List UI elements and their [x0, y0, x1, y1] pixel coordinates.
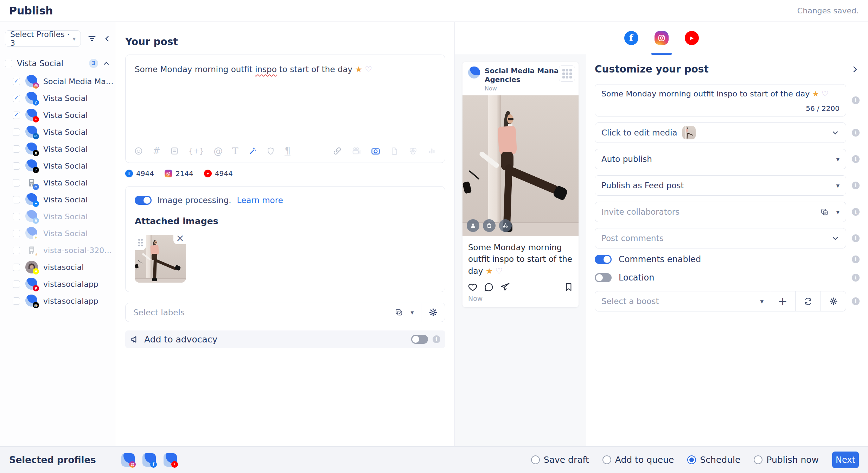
- chevron-up-icon[interactable]: [103, 60, 110, 67]
- group-checkbox[interactable]: [5, 60, 12, 67]
- profile-row[interactable]: vistasocial: [0, 259, 116, 276]
- grid-menu-icon[interactable]: [559, 65, 575, 82]
- tag-people-icon[interactable]: [467, 219, 479, 232]
- media-thumbnail[interactable]: [682, 126, 696, 139]
- tab-instagram[interactable]: [650, 22, 673, 54]
- profile-row[interactable]: A Vista Social: [0, 208, 116, 225]
- drag-handle-icon[interactable]: [135, 235, 146, 250]
- invite-collaborators-field[interactable]: Invite collaborators ▾: [595, 202, 846, 222]
- profile-checkbox[interactable]: [13, 247, 20, 254]
- profile-row[interactable]: Vista Social: [0, 191, 116, 208]
- next-button[interactable]: Next: [832, 452, 859, 468]
- paragraph-icon[interactable]: ¶: [285, 146, 291, 156]
- profile-row[interactable]: vista-social-320412: [0, 242, 116, 259]
- shopping-bag-icon[interactable]: [483, 219, 496, 232]
- save-draft-radio[interactable]: Save draft: [531, 455, 589, 465]
- edit-media-field[interactable]: Click to edit media: [595, 122, 846, 143]
- media-library-icon[interactable]: [408, 146, 418, 156]
- hashtag-icon[interactable]: #: [153, 146, 160, 156]
- info-icon[interactable]: i: [852, 96, 860, 104]
- profile-row[interactable]: in Vista Social: [0, 124, 116, 140]
- add-boost-button[interactable]: +: [770, 291, 795, 311]
- remove-image-button[interactable]: ×: [173, 232, 187, 244]
- profile-checkbox[interactable]: [13, 213, 20, 220]
- profile-row[interactable]: @ vistasocialapp: [0, 292, 116, 309]
- publish-now-radio[interactable]: Publish now: [754, 455, 819, 465]
- profile-row[interactable]: ▶ Vista Social: [0, 107, 116, 124]
- info-icon[interactable]: i: [433, 335, 440, 343]
- tab-youtube[interactable]: ▶: [681, 22, 703, 54]
- chart-icon[interactable]: [427, 146, 436, 156]
- profile-checkbox[interactable]: [13, 78, 20, 85]
- profile-row[interactable]: P vistasocialapp: [0, 276, 116, 292]
- filter-icon[interactable]: [87, 34, 97, 43]
- profile-checkbox[interactable]: [13, 145, 20, 153]
- profile-checkbox[interactable]: [13, 95, 20, 102]
- post-comments-field[interactable]: Post comments: [595, 228, 846, 248]
- info-icon[interactable]: i: [852, 256, 860, 263]
- info-icon[interactable]: i: [852, 274, 860, 282]
- emoji-icon[interactable]: [134, 146, 143, 156]
- auto-publish-select[interactable]: Auto publish ▾: [595, 149, 846, 169]
- profile-row[interactable]: Vista Social: [0, 225, 116, 242]
- share-icon[interactable]: [500, 282, 510, 292]
- chevron-down-icon[interactable]: ▾: [836, 208, 840, 216]
- publish-type-select[interactable]: Publish as Feed post ▾: [595, 175, 846, 196]
- profile-checkbox[interactable]: [13, 112, 20, 119]
- ai-wand-icon[interactable]: [248, 146, 257, 156]
- location-toggle[interactable]: [595, 273, 612, 282]
- info-icon[interactable]: i: [852, 182, 860, 189]
- chevron-down-icon[interactable]: [831, 234, 840, 242]
- post-text-input[interactable]: Some Monday morning outfit inspo to star…: [126, 55, 445, 139]
- comment-icon[interactable]: [484, 282, 494, 292]
- boost-select[interactable]: Select a boost ▾: [595, 291, 770, 311]
- profile-group-row[interactable]: Vista Social 3: [0, 52, 116, 71]
- text-format-icon[interactable]: T: [232, 146, 238, 156]
- document-icon[interactable]: [390, 147, 399, 156]
- profile-checkbox[interactable]: [13, 196, 20, 203]
- image-processing-toggle[interactable]: [135, 196, 152, 205]
- add-to-queue-radio[interactable]: Add to queue: [602, 455, 674, 465]
- learn-more-link[interactable]: Learn more: [237, 196, 283, 205]
- camera-icon[interactable]: [371, 146, 381, 156]
- shield-icon[interactable]: [266, 147, 275, 156]
- profile-checkbox[interactable]: [13, 297, 20, 305]
- info-icon[interactable]: i: [852, 129, 860, 137]
- profile-checkbox[interactable]: [13, 230, 20, 237]
- select-labels-field[interactable]: Select labels ▾: [125, 303, 445, 322]
- profile-checkbox[interactable]: [13, 264, 20, 271]
- chevron-down-icon[interactable]: ▾: [410, 309, 414, 316]
- like-icon[interactable]: [467, 282, 478, 292]
- video-icon[interactable]: [351, 146, 361, 156]
- info-icon[interactable]: i: [852, 234, 860, 242]
- refresh-boosts-button[interactable]: [795, 291, 821, 311]
- advocacy-toggle[interactable]: [411, 335, 428, 344]
- profile-row[interactable]: X Vista Social: [0, 140, 116, 157]
- mention-icon[interactable]: @: [213, 146, 223, 156]
- profile-checkbox[interactable]: [13, 179, 20, 187]
- variables-icon[interactable]: {+}: [189, 147, 204, 155]
- labels-settings-gear-icon[interactable]: [421, 308, 445, 317]
- profile-checkbox[interactable]: [13, 128, 20, 136]
- select-profiles-button[interactable]: Select Profiles · 3 ▾: [5, 30, 81, 47]
- saved-captions-icon[interactable]: [170, 146, 179, 156]
- chevron-down-icon[interactable]: [831, 128, 840, 137]
- profile-checkbox[interactable]: [13, 280, 20, 288]
- schedule-radio[interactable]: Schedule: [687, 455, 740, 465]
- tab-facebook[interactable]: f: [620, 22, 643, 54]
- chevron-right-icon[interactable]: [850, 65, 860, 74]
- profile-row[interactable]: Social Media Managem...: [0, 73, 116, 90]
- caption-field[interactable]: Some Monday morning outfit inspo to star…: [595, 84, 846, 116]
- collaborators-icon[interactable]: [499, 219, 512, 232]
- boost-settings-gear-icon[interactable]: [821, 291, 846, 311]
- copy-labels-icon[interactable]: [395, 308, 403, 317]
- info-icon[interactable]: i: [852, 208, 860, 216]
- profile-row[interactable]: ♪ Vista Social: [0, 157, 116, 174]
- link-icon[interactable]: [333, 146, 342, 156]
- profile-row[interactable]: f Vista Social: [0, 90, 116, 107]
- collapse-sidebar-icon[interactable]: [103, 34, 111, 43]
- info-icon[interactable]: i: [852, 297, 860, 305]
- info-icon[interactable]: i: [852, 155, 860, 163]
- copy-icon[interactable]: [820, 208, 829, 216]
- attached-image-thumbnail[interactable]: ×: [135, 235, 186, 283]
